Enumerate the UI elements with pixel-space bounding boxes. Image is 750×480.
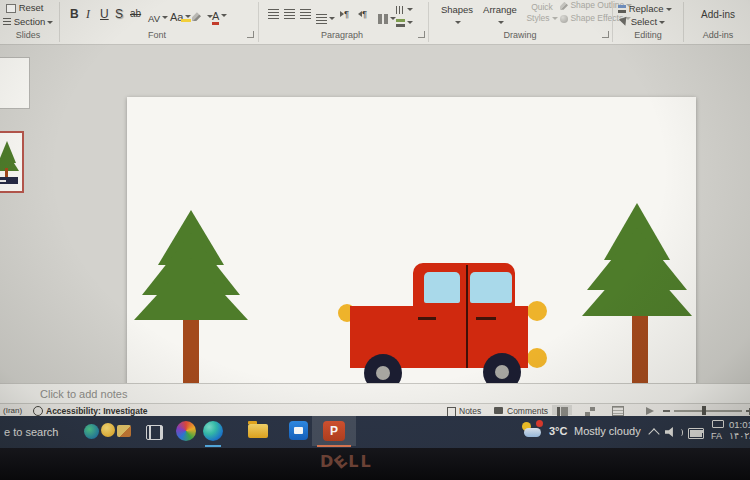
normal-view-button[interactable] [552,405,572,415]
drawing-group-label: Drawing [430,30,610,40]
chevron-down-icon [498,21,504,24]
bold-button[interactable]: B [70,7,79,21]
cursor-arrow-icon [619,17,629,27]
italic-button[interactable]: I [86,7,90,22]
comments-icon [494,407,503,414]
rtl-direction-button[interactable]: ¶ [358,8,367,19]
weather-temperature[interactable]: 3°C [549,425,567,437]
car-window-left [424,272,460,303]
smartart-convert-button[interactable] [396,13,413,31]
right-tree-tier-3 [582,250,692,316]
search-highlight-globe-icon[interactable] [84,424,99,439]
change-case-button[interactable]: Aa [170,7,191,25]
chevron-down-icon [221,14,227,17]
highlight-color-button[interactable] [192,7,213,25]
reading-view-button[interactable] [608,405,628,415]
section-button[interactable]: Section [3,16,53,27]
accessibility-status[interactable]: Accessibility: Investigate [46,406,148,416]
chevron-down-icon [659,21,665,24]
notes-pane[interactable]: Click to add notes [0,383,750,403]
slide-thumbnail-1[interactable] [0,57,30,109]
add-ins-button[interactable]: Add-ins [690,9,746,20]
weather-description[interactable]: Mostly cloudy [574,425,641,437]
text-shadow-button[interactable]: S [115,7,123,21]
strikethrough-button[interactable]: ab [130,8,141,19]
edge-app-icon[interactable] [203,421,223,441]
weather-icon[interactable] [521,420,545,442]
car-head-light-top [527,301,547,321]
reset-button[interactable]: Reset [6,2,43,13]
thumbnail-road-dash [0,180,6,182]
clock[interactable]: 01:01 ب ۱۴۰۲/۱۰ [729,419,750,441]
quick-styles-button[interactable]: Quick Styles [524,2,560,23]
cloud-icon [524,428,541,437]
search-box[interactable]: e to search [4,426,58,438]
powerpoint-app-icon[interactable]: P [323,421,345,441]
slide-sorter-view-button[interactable] [580,405,600,415]
slideshow-view-button[interactable] [640,405,660,415]
font-dialog-launcher[interactable] [247,31,254,38]
zoom-in-button[interactable] [746,410,750,412]
columns-button[interactable] [378,9,396,27]
shapes-button[interactable]: Shapes [437,4,477,26]
zoom-slider-handle[interactable] [702,406,706,415]
group-divider [59,2,60,42]
photos-app-icon[interactable] [176,421,196,441]
font-group-label: Font [62,30,252,40]
character-spacing-button[interactable]: AV [148,8,168,26]
paragraph-group-label: Paragraph [262,30,422,40]
align-center-button[interactable] [284,9,295,19]
arrange-button[interactable]: Arrange [479,4,521,26]
task-view-icon[interactable] [146,425,163,440]
tray-chevron-up-icon[interactable] [648,428,659,439]
status-bar: (Iran) Accessibility: Investigate Notes … [0,403,750,416]
replace-icon [618,5,626,13]
group-divider [258,2,259,42]
paragraph-dialog-launcher[interactable] [418,31,425,38]
search-highlight-bulb-icon[interactable] [101,423,115,437]
chevron-down-icon [455,21,461,24]
align-left-button[interactable] [268,9,279,19]
justify-button[interactable] [316,9,335,27]
chevron-down-icon [329,17,335,20]
notes-toggle[interactable]: Notes [459,406,481,416]
chevron-down-icon [407,8,413,11]
speaker-icon[interactable] [665,427,676,437]
group-divider [683,2,684,42]
reset-icon [6,4,16,13]
replace-button[interactable]: Replace [618,3,672,14]
powerpoint-active-task[interactable]: P [312,416,356,446]
taskbar: e to search P 3°C Mostly cloudy FA 01:01… [0,416,750,448]
underline-button[interactable]: U [100,7,109,21]
weather-alert-badge [536,420,543,427]
slide-canvas[interactable] [127,97,696,418]
input-language[interactable]: FA [711,431,722,441]
car-door-handle-left [418,317,436,320]
notes-placeholder[interactable]: Click to add notes [40,388,127,400]
slide-thumbnail-2-selected[interactable] [0,131,24,193]
car-hubcap-left [376,366,390,380]
ltr-direction-button[interactable]: ¶ [340,8,349,19]
battery-nub [702,430,704,433]
keyboard-layout-icon [712,420,724,428]
comments-toggle[interactable]: Comments [507,406,548,416]
pen-outline-icon [560,2,568,10]
select-button[interactable]: Select [620,16,665,27]
store-app-icon[interactable] [289,421,308,440]
drawing-dialog-launcher[interactable] [602,31,609,38]
car-door-line [466,265,468,368]
file-explorer-icon[interactable] [248,424,268,438]
language-indicator[interactable]: (Iran) [3,406,22,415]
normal-view-icon [557,407,568,416]
search-highlight-photos-icon[interactable] [117,425,131,437]
align-right-button[interactable] [300,9,311,19]
slide-sorter-icon [585,407,595,416]
accessibility-icon [33,406,43,416]
zoom-out-button[interactable] [663,410,670,412]
left-tree-tier-3 [134,255,248,320]
car-door-handle-right [476,317,496,320]
font-color-button[interactable]: A [212,6,227,24]
zoom-slider-track[interactable] [674,410,742,412]
speaker-wave [678,429,683,436]
chevron-down-icon [666,8,672,11]
